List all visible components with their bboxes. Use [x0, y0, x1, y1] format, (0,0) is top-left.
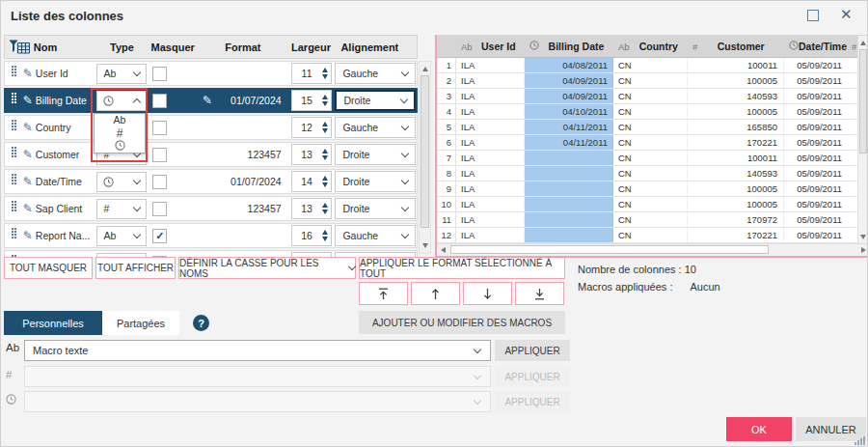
alignement-dropdown[interactable]: Gauche: [335, 117, 416, 138]
move-to-top-button[interactable]: [359, 282, 408, 305]
cell-customer: 100005: [688, 73, 784, 88]
scroll-right-icon[interactable]: [861, 247, 866, 253]
type-option-number[interactable]: #: [117, 126, 123, 140]
help-icon[interactable]: ?: [193, 315, 209, 331]
scroll-up-icon[interactable]: [422, 67, 428, 71]
masquer-checkbox[interactable]: [152, 67, 167, 81]
column-row-sap-client[interactable]: ✎ Sap Client # 123457 13 Droite: [4, 196, 418, 221]
scroll-left-icon[interactable]: [441, 247, 446, 253]
alignement-dropdown[interactable]: Droite: [335, 90, 416, 111]
largeur-stepper[interactable]: 16: [291, 225, 332, 246]
grid-row[interactable]: 7 ILA CN 100011 05/09/2011: [437, 151, 857, 166]
grid-vertical-scrollbar[interactable]: [857, 36, 868, 244]
cell-customer: 100005: [688, 197, 784, 211]
maximize-icon[interactable]: [807, 10, 819, 21]
largeur-stepper[interactable]: 13: [291, 198, 332, 219]
move-to-bottom-button[interactable]: [515, 282, 564, 305]
grid-row[interactable]: 12 ILA CN 170221 05/09/2011: [437, 228, 857, 243]
column-row-date-time[interactable]: ✎ Date/Time 01/07/2024 14 Droite: [4, 169, 418, 194]
appliquer-text-macro-button[interactable]: APPLIQUER: [495, 340, 570, 361]
masquer-checkbox[interactable]: [152, 94, 167, 108]
cell-billing-date: [525, 166, 613, 181]
largeur-stepper[interactable]: 12: [291, 117, 332, 138]
edit-pencil-icon[interactable]: ✎: [20, 229, 36, 242]
definir-casse-dropdown-button[interactable]: DÉFINIR LA CASSE POUR LES NOMS: [178, 257, 356, 279]
type-option-date[interactable]: [115, 140, 125, 153]
grid-row[interactable]: 1 ILA 04/08/2011 CN 100011 05/09/2011: [437, 58, 857, 73]
edit-pencil-icon[interactable]: ✎: [20, 121, 36, 134]
grid-row[interactable]: 2 ILA 04/09/2011 CN 100005 05/09/2011: [437, 73, 857, 89]
grid-row[interactable]: 8 ILA CN 140593 05/09/2011: [437, 166, 857, 182]
alignement-dropdown[interactable]: Droite: [335, 144, 416, 165]
scrollbar-thumb[interactable]: [420, 75, 429, 228]
grid-row[interactable]: 3 ILA 04/09/2011 CN 140593 05/09/2011: [437, 89, 857, 104]
alignement-dropdown[interactable]: Gauche: [335, 225, 416, 246]
alignement-dropdown[interactable]: Droite: [335, 198, 416, 219]
scroll-down-icon[interactable]: [860, 235, 866, 239]
move-down-button[interactable]: [463, 282, 512, 305]
scroll-down-icon[interactable]: [422, 243, 428, 248]
masquer-checkbox[interactable]: [152, 121, 167, 135]
tab-partagees[interactable]: Partagées: [102, 311, 179, 335]
scrollbar-thumb[interactable]: [859, 49, 867, 154]
column-row-report-name[interactable]: ✎ Report Na... Ab ✓ 16 Gauche: [4, 223, 418, 248]
type-dropdown[interactable]: #: [96, 199, 147, 219]
largeur-stepper[interactable]: 13: [291, 144, 332, 165]
column-row-country[interactable]: ✎ Country 12 Gauche: [4, 115, 418, 140]
largeur-stepper[interactable]: 11: [291, 63, 332, 84]
type-dropdown-open[interactable]: [96, 91, 147, 111]
appliquer-format-button[interactable]: APPLIQUER LE FORMAT SÉLECTIONNÉ À TOUT: [359, 257, 565, 279]
edit-format-pencil-icon[interactable]: ✎: [197, 94, 212, 107]
grid-row[interactable]: 10 ILA CN 100005 05/09/2011: [437, 197, 857, 212]
type-dropdown[interactable]: Ab: [96, 226, 147, 246]
grid-horizontal-scrollbar[interactable]: [437, 243, 868, 256]
edit-pencil-icon[interactable]: ✎: [20, 175, 36, 188]
column-name: Billing Date: [36, 95, 95, 106]
masquer-checkbox[interactable]: [152, 175, 167, 189]
masquer-checkbox[interactable]: [152, 202, 167, 216]
column-row-customer[interactable]: ✎ Customer # 123457 13 Droite: [4, 142, 418, 167]
edit-pencil-icon[interactable]: ✎: [20, 94, 36, 107]
grid-header-billing-date[interactable]: Billing Date: [549, 41, 605, 52]
largeur-stepper[interactable]: 14: [291, 171, 332, 192]
scroll-up-icon[interactable]: [860, 41, 866, 45]
column-row-partial[interactable]: ✎: [4, 250, 418, 257]
tab-personnelles[interactable]: Personnelles: [4, 311, 102, 335]
type-option-text[interactable]: Ab: [114, 114, 126, 126]
arrow-down-icon: [480, 287, 495, 301]
largeur-stepper[interactable]: 15: [291, 90, 332, 111]
grid-row[interactable]: 5 ILA 04/11/2011 CN 165850 05/09/2011: [437, 120, 857, 135]
alignement-dropdown[interactable]: Gauche: [335, 63, 416, 84]
masquer-checkbox[interactable]: [152, 148, 167, 162]
ajouter-modifier-macros-button[interactable]: AJOUTER OU MODIFIER DES MACROS: [359, 311, 565, 334]
grid-row[interactable]: 11 ILA CN 170972 05/09/2011: [437, 212, 857, 228]
masquer-checkbox-checked[interactable]: ✓: [152, 229, 167, 243]
grid-header-country[interactable]: Country: [639, 41, 678, 52]
grid-header-customer[interactable]: Customer: [718, 41, 765, 52]
column-row-user-id[interactable]: ✎ User Id Ab 11 Gauche: [4, 61, 418, 86]
ok-button[interactable]: OK: [726, 417, 792, 441]
cell-customer: 140593: [688, 89, 784, 103]
tout-masquer-button[interactable]: TOUT MASQUER: [4, 257, 93, 279]
type-dropdown[interactable]: [96, 172, 147, 192]
edit-pencil-icon[interactable]: ✎: [20, 148, 36, 161]
grid-row[interactable]: 6 ILA 04/11/2011 CN 170221 05/09/2011: [437, 135, 857, 151]
resize-grip-icon[interactable]: [854, 436, 865, 445]
edit-pencil-icon[interactable]: ✎: [20, 67, 36, 80]
grid-row[interactable]: 4 ILA 04/10/2011 CN 100005 05/09/2011: [437, 104, 857, 120]
macro-text-select[interactable]: Macro texte: [24, 340, 491, 361]
edit-pencil-icon[interactable]: ✎: [20, 202, 36, 215]
grid-header-user-id[interactable]: User Id: [481, 41, 516, 52]
type-dropdown[interactable]: Ab: [96, 64, 147, 84]
alignement-dropdown[interactable]: Droite: [335, 171, 416, 192]
left-vertical-scrollbar[interactable]: [419, 61, 431, 254]
scrollbar-thumb[interactable]: [450, 245, 769, 254]
cell-user-id: ILA: [456, 228, 525, 242]
move-up-button[interactable]: [411, 282, 460, 305]
clock-icon: [103, 96, 114, 106]
grid-row[interactable]: 9 ILA CN 100005 05/09/2011: [437, 182, 857, 197]
tout-afficher-button[interactable]: TOUT AFFICHER: [95, 257, 176, 279]
close-icon[interactable]: ✕: [840, 5, 853, 24]
grid-header-date-time[interactable]: Date/Time: [799, 41, 847, 52]
column-row-billing-date-selected[interactable]: ✎ Billing Date ✎01/07/2024 15 Droite: [4, 88, 418, 113]
